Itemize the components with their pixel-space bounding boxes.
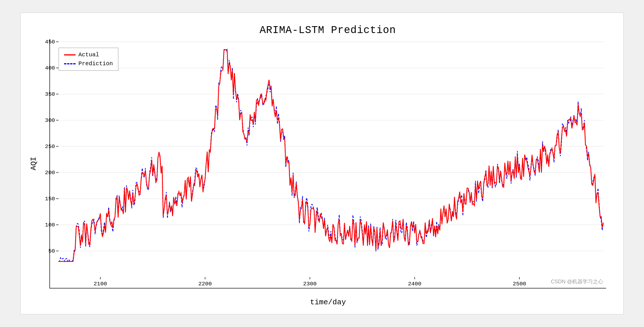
svg-text:2200: 2200	[198, 281, 212, 287]
legend-pred-label: Prediction	[78, 60, 113, 67]
chart-area: AQI time/day 501001502002503003504004502…	[49, 39, 606, 288]
y-axis-label: AQI	[29, 157, 38, 170]
svg-text:300: 300	[45, 117, 55, 124]
svg-text:50: 50	[48, 248, 55, 254]
chart-title: ARIMA-LSTM Prediction	[49, 24, 606, 36]
x-axis-label: time/day	[310, 298, 346, 307]
svg-text:250: 250	[45, 143, 55, 150]
svg-text:350: 350	[45, 91, 55, 97]
svg-text:450: 450	[45, 39, 55, 45]
svg-text:200: 200	[45, 170, 55, 176]
svg-text:2300: 2300	[303, 281, 317, 287]
svg-text:2100: 2100	[94, 281, 107, 287]
pred-line-icon	[64, 63, 76, 64]
chart-container: ARIMA-LSTM Prediction AQI time/day 50100…	[20, 13, 624, 314]
legend: Actual Prediction	[59, 48, 118, 71]
legend-actual: Actual	[64, 51, 113, 58]
svg-text:2500: 2500	[513, 281, 526, 287]
svg-text:150: 150	[45, 196, 55, 202]
chart-svg: 5010015020025030035040045021002200230024…	[50, 39, 606, 288]
watermark: CSDN @机器学习之心	[551, 278, 603, 285]
svg-text:400: 400	[45, 65, 55, 71]
svg-text:2400: 2400	[408, 281, 421, 287]
legend-pred: Prediction	[64, 60, 113, 67]
svg-text:100: 100	[45, 222, 55, 228]
legend-actual-label: Actual	[78, 51, 99, 58]
actual-line-icon	[64, 54, 76, 55]
